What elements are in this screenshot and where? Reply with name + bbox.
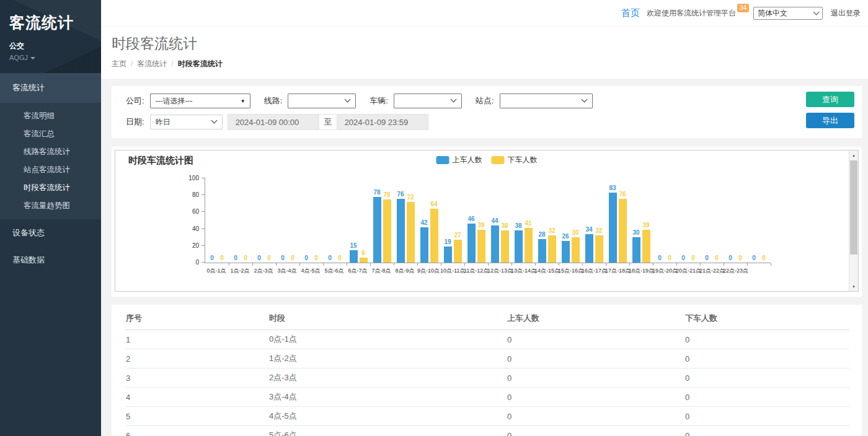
x-axis-label: 8点-9点: [393, 267, 417, 274]
breadcrumb-separator: /: [131, 59, 133, 68]
language-select-value: 简体中文: [758, 8, 787, 19]
logo-panel: 客流统计 公交 AQGJ: [0, 0, 101, 73]
breadcrumb-item[interactable]: 主页: [112, 59, 126, 68]
sidebar-submenu-item[interactable]: 客流汇总: [0, 125, 101, 143]
home-link[interactable]: 首页: [621, 7, 640, 19]
bar-group: 00: [205, 178, 229, 263]
x-axis-label: 14点-15点: [534, 267, 558, 274]
station-filter: 站点:: [476, 94, 593, 108]
chart-title: 时段车流统计图: [128, 155, 193, 167]
breadcrumb-item[interactable]: 客流统计: [137, 59, 167, 68]
bar-value-label: 0: [210, 255, 214, 261]
bar-group: 4639: [464, 178, 488, 263]
bar-alighting: 30: [572, 237, 580, 263]
sidebar-item-passenger-stats[interactable]: 客流统计: [0, 73, 101, 103]
bar-value-label: 34: [585, 227, 592, 233]
sidebar-submenu: 客流明细客流汇总线路客流统计站点客流统计时段客流统计客流量趋势图: [0, 103, 101, 219]
table-cell: 4点-5点: [269, 407, 507, 426]
bar-group: 4264: [417, 178, 441, 263]
bar-value-label: 41: [525, 220, 531, 227]
table-header-row: 序号时段上车人数下车人数: [126, 306, 849, 330]
scrollbar-down-arrow-icon[interactable]: ▼: [849, 282, 858, 291]
sidebar-submenu-item[interactable]: 客流明细: [0, 107, 101, 125]
scrollbar-thumb[interactable]: [850, 160, 857, 255]
y-axis: 020406080100: [182, 178, 205, 263]
date-from-input[interactable]: 2024-01-09 00:00: [228, 114, 319, 130]
table-cell: 0: [507, 426, 685, 436]
bar-value-label: 0: [752, 255, 756, 261]
bar-value-label: 39: [477, 222, 484, 229]
bar-value-label: 0: [762, 255, 766, 261]
filter-row-selects: 公司: ---请选择--- ▼ 线路: 车辆: [126, 93, 851, 109]
line-select[interactable]: [288, 94, 356, 108]
y-tick-label: 80: [192, 192, 199, 198]
chevron-down-icon: [813, 9, 820, 15]
sidebar-submenu-item[interactable]: 时段客流统计: [0, 179, 101, 197]
bar-value-label: 0: [257, 255, 261, 261]
sidebar-item-device-status[interactable]: 设备状态: [0, 219, 101, 246]
sidebar-submenu-item[interactable]: 站点客流统计: [0, 161, 101, 179]
table-cell: 0: [685, 407, 849, 426]
app-logo: 客流统计: [9, 12, 92, 33]
x-axis-label: 4点-5点: [299, 267, 322, 274]
date-preset-select[interactable]: 昨日: [150, 115, 223, 129]
bar-value-label: 0: [291, 255, 294, 261]
x-axis-label: 19点-20点: [652, 267, 676, 274]
bar-group: 00: [700, 178, 724, 263]
legend-item-alighting[interactable]: 下车人数: [492, 155, 538, 165]
bar-value-label: 27: [454, 232, 461, 238]
company-select[interactable]: ---请选择--- ▼: [150, 94, 250, 108]
bar-group: 7672: [394, 178, 417, 263]
export-button[interactable]: 导出: [806, 113, 854, 128]
date-to-input[interactable]: 2024-01-09 23:59: [337, 114, 428, 130]
station-select[interactable]: [500, 94, 593, 108]
bar-boarding: 34: [585, 234, 593, 263]
legend-item-boarding[interactable]: 上车人数: [436, 155, 482, 165]
table-cell: 0: [507, 349, 685, 368]
page-content: 公司: ---请选择--- ▼ 线路: 车辆: [101, 79, 868, 436]
bar-value-label: 32: [595, 228, 602, 234]
query-button[interactable]: 查询: [806, 92, 854, 107]
table-cell: 1: [126, 330, 269, 349]
bar-value-label: 0: [220, 255, 224, 261]
date-range-separator: 至: [319, 114, 337, 130]
x-axis-label: [746, 267, 770, 274]
page-heading: 时段客流统计 主页/客流统计/时段客流统计: [101, 27, 868, 79]
table-cell: 2: [126, 349, 269, 368]
org-code-label: AQGJ: [9, 54, 28, 61]
vehicle-select[interactable]: [394, 94, 462, 108]
logout-link[interactable]: 退出登录: [831, 8, 861, 19]
bar-value-label: 78: [373, 190, 380, 196]
bar-value-label: 64: [430, 201, 437, 207]
y-tick-label: 60: [192, 209, 199, 215]
bar-group: 3432: [582, 178, 606, 263]
x-axis-label: 2点-3点: [252, 267, 275, 274]
date-preset-value: 昨日: [156, 117, 170, 128]
table-cell: 6: [126, 426, 269, 436]
y-tick-label: 20: [192, 243, 199, 249]
sidebar-item-base-data[interactable]: 基础数据: [0, 246, 101, 274]
filter-buttons: 查询 导出: [806, 92, 854, 128]
sidebar-submenu-item[interactable]: 客流量趋势图: [0, 197, 101, 215]
bar-alighting: 38: [501, 230, 509, 263]
bar-value-label: 0: [738, 255, 742, 261]
page-title: 时段客流统计: [112, 34, 862, 53]
org-code-dropdown[interactable]: AQGJ: [9, 54, 92, 61]
bar-group: 156: [347, 178, 370, 263]
language-select[interactable]: 简体中文: [753, 7, 823, 20]
scrollbar-up-arrow-icon[interactable]: ▲: [849, 150, 858, 160]
sidebar-submenu-item[interactable]: 线路客流统计: [0, 143, 101, 161]
welcome-text: 欢迎使用客流统计管理平台: [647, 8, 736, 19]
chart-scrollbar[interactable]: ▲ ▼: [849, 150, 858, 291]
bar-value-label: 0: [705, 255, 709, 261]
x-axis-label: 1点-2点: [228, 267, 252, 274]
chart-header: 时段车流统计图 上车人数下车人数: [115, 150, 858, 170]
company-filter: 公司: ---请选择--- ▼: [126, 94, 250, 108]
legend-swatch-boarding: [436, 156, 450, 164]
table-cell: 0: [685, 426, 849, 436]
table-cell: 0: [685, 368, 849, 388]
y-tick-label: 100: [188, 175, 199, 181]
bar-boarding: 76: [397, 199, 405, 263]
bar-boarding: 83: [609, 193, 617, 263]
table-cell: 0: [507, 330, 685, 349]
